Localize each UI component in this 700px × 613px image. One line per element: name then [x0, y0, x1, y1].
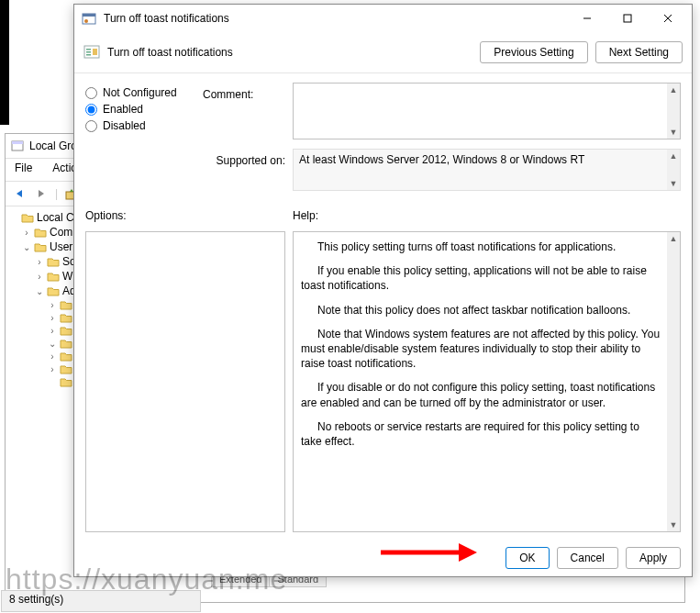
next-setting-button[interactable]: Next Setting — [595, 41, 683, 63]
help-panel: This policy setting turns off toast noti… — [293, 231, 681, 532]
folder-icon — [21, 212, 34, 223]
apply-button[interactable]: Apply — [626, 547, 681, 569]
radio-disabled-label: Disabled — [103, 119, 146, 132]
dialog-title: Turn off toast notifications — [104, 12, 229, 25]
supported-on-text: At least Windows Server 2012, Windows 8 … — [299, 153, 584, 166]
dialog-header: Turn off toast notifications Previous Se… — [74, 32, 692, 73]
radio-enabled-label: Enabled — [103, 103, 143, 116]
expander-icon[interactable]: ⌄ — [35, 286, 44, 296]
toolbar-sep: | — [55, 187, 58, 200]
folder-icon — [34, 227, 47, 238]
expander-icon[interactable]: › — [48, 364, 57, 374]
comment-textbox[interactable]: ▲▼ — [293, 83, 681, 139]
radio-enabled[interactable]: Enabled — [85, 103, 195, 116]
expander-icon[interactable]: › — [48, 326, 57, 336]
folder-icon — [60, 376, 72, 387]
left-black-strip — [0, 0, 9, 125]
scroll-down-icon[interactable]: ▼ — [670, 177, 678, 190]
svg-rect-11 — [86, 49, 91, 50]
dialog-header-title: Turn off toast notifications — [107, 46, 233, 59]
expander-icon[interactable]: › — [35, 257, 44, 267]
expander-icon[interactable]: ⌄ — [48, 339, 57, 349]
expander-icon[interactable]: › — [48, 351, 57, 362]
folder-icon — [60, 338, 72, 349]
folder-icon — [47, 285, 60, 296]
policy-state-radios: Not Configured Enabled Disabled — [85, 83, 195, 200]
previous-setting-button[interactable]: Previous Setting — [480, 41, 587, 63]
policy-icon — [11, 139, 24, 152]
cancel-button[interactable]: Cancel — [557, 547, 618, 569]
forward-button[interactable] — [33, 185, 50, 202]
gpedit-statusbar: 8 setting(s) — [1, 590, 201, 612]
folder-icon — [47, 271, 60, 282]
expander-icon[interactable]: › — [48, 300, 57, 310]
svg-rect-12 — [86, 51, 91, 53]
folder-icon — [60, 351, 72, 362]
svg-rect-1 — [12, 141, 23, 144]
back-button[interactable] — [11, 185, 28, 202]
scroll-up-icon[interactable]: ▲ — [670, 84, 678, 96]
expander-icon[interactable]: › — [35, 272, 44, 282]
expander-icon[interactable]: › — [48, 313, 57, 323]
help-label: Help: — [293, 209, 681, 222]
policy-setting-icon — [83, 44, 100, 61]
svg-rect-14 — [93, 49, 97, 55]
policy-dialog: Turn off toast notifications Turn off to… — [73, 4, 693, 577]
help-paragraph: If you enable this policy setting, appli… — [301, 263, 661, 293]
scroll-down-icon[interactable]: ▼ — [670, 518, 678, 531]
svg-point-5 — [84, 19, 88, 23]
gpedit-title: Local Gro — [29, 139, 77, 152]
dialog-title-icon — [82, 11, 96, 26]
scroll-up-icon[interactable]: ▲ — [670, 232, 678, 245]
help-paragraph: No reboots or service restarts are requi… — [301, 419, 661, 449]
maximize-button[interactable] — [611, 6, 644, 31]
expander-icon[interactable]: › — [22, 228, 31, 238]
menu-file[interactable]: File — [11, 161, 36, 179]
options-label: Options: — [85, 209, 285, 222]
supported-scrollbar[interactable]: ▲▼ — [667, 150, 680, 190]
help-paragraph: This policy setting turns off toast noti… — [301, 240, 661, 254]
expander-icon[interactable]: ⌄ — [22, 242, 31, 252]
radio-not-configured[interactable]: Not Configured — [85, 86, 195, 99]
svg-rect-4 — [83, 14, 95, 17]
comment-scrollbar[interactable]: ▲▼ — [667, 84, 680, 139]
svg-rect-13 — [86, 54, 91, 56]
scroll-down-icon[interactable]: ▼ — [670, 126, 678, 139]
scroll-up-icon[interactable]: ▲ — [670, 150, 678, 162]
help-scrollbar[interactable]: ▲▼ — [667, 232, 680, 531]
supported-on-label: Supported on: — [203, 149, 285, 191]
help-paragraph: Note that Windows system features are no… — [301, 327, 661, 372]
radio-disabled[interactable]: Disabled — [85, 119, 195, 132]
svg-rect-7 — [624, 15, 631, 22]
help-paragraph: Note that this policy does not affect ta… — [301, 303, 661, 318]
dialog-footer: OK Cancel Apply — [74, 540, 692, 576]
folder-icon — [60, 299, 72, 310]
ok-button[interactable]: OK — [506, 547, 549, 569]
supported-on-value: At least Windows Server 2012, Windows 8 … — [293, 149, 681, 191]
folder-icon — [60, 363, 72, 374]
folder-icon — [34, 241, 47, 252]
comment-label: Comment: — [203, 83, 285, 139]
dialog-titlebar[interactable]: Turn off toast notifications — [74, 5, 692, 32]
minimize-button[interactable] — [571, 6, 604, 31]
close-button[interactable] — [651, 6, 684, 31]
folder-icon — [60, 312, 72, 323]
options-panel — [85, 231, 285, 532]
radio-not-configured-label: Not Configured — [103, 86, 177, 99]
help-paragraph: If you disable or do not configure this … — [301, 380, 661, 409]
folder-icon — [47, 256, 60, 267]
folder-icon — [60, 325, 72, 336]
dialog-body: Not Configured Enabled Disabled Comment:… — [74, 73, 692, 540]
